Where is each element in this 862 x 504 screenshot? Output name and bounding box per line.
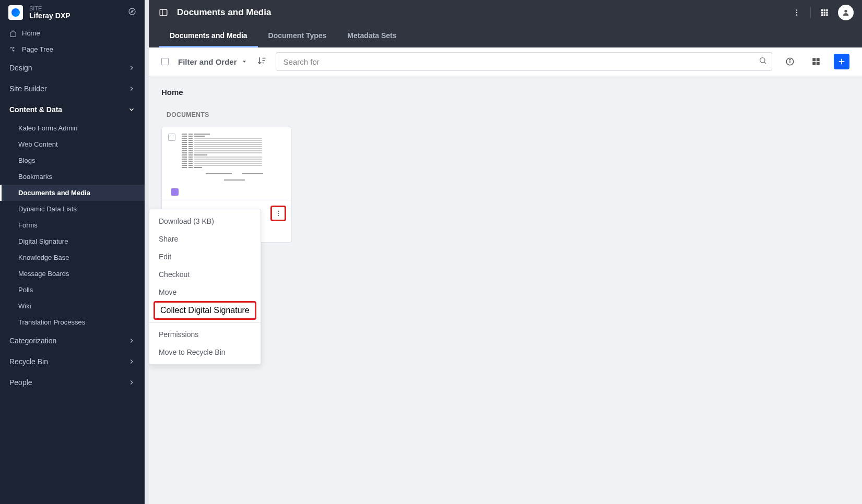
- compass-icon[interactable]: [128, 7, 136, 18]
- svg-rect-18: [826, 14, 828, 16]
- sidebar-item-bookmarks[interactable]: Bookmarks: [0, 169, 145, 185]
- sidebar-item-polls[interactable]: Polls: [0, 282, 145, 298]
- menu-collect-signature[interactable]: Collect Digital Signature: [153, 301, 256, 320]
- chevron-right-icon: [128, 337, 135, 344]
- menu-edit[interactable]: Edit: [149, 248, 261, 266]
- section-recycle-bin-label: Recycle Bin: [9, 357, 48, 366]
- document-preview: [162, 127, 291, 200]
- topbar-right: [790, 5, 854, 20]
- sidebar-item-documents-media[interactable]: Documents and Media: [0, 185, 145, 201]
- topbar-more-icon[interactable]: [790, 6, 803, 19]
- nav-home-label: Home: [22, 29, 40, 37]
- nav-page-tree-label: Page Tree: [22, 45, 53, 53]
- document-thumbnail: [166, 131, 287, 196]
- tab-metadata-sets[interactable]: Metadata Sets: [337, 25, 407, 47]
- nav-home[interactable]: Home: [0, 25, 145, 41]
- menu-permissions[interactable]: Permissions: [149, 326, 261, 343]
- search-wrap: [276, 52, 772, 71]
- sidebar: SITE Liferay DXP Home Page Tree Design S…: [0, 0, 145, 504]
- svg-marker-1: [131, 10, 133, 13]
- chevron-right-icon: [128, 379, 135, 386]
- tree-icon: [9, 46, 17, 53]
- svg-rect-10: [821, 9, 823, 11]
- sidebar-item-digital-signature[interactable]: Digital Signature: [0, 233, 145, 249]
- sidebar-header: SITE Liferay DXP: [0, 0, 145, 25]
- document-more-button[interactable]: [270, 206, 286, 221]
- svg-point-25: [760, 58, 765, 63]
- home-icon: [9, 30, 17, 37]
- search-icon[interactable]: [759, 56, 767, 67]
- context-menu: Download (3 KB) Share Edit Checkout Move…: [149, 209, 261, 365]
- chevron-down-icon: [128, 106, 135, 113]
- menu-share[interactable]: Share: [149, 230, 261, 248]
- sidebar-item-translation[interactable]: Translation Processes: [0, 314, 145, 330]
- sidebar-item-blogs[interactable]: Blogs: [0, 152, 145, 169]
- main: Documents and Media Documents and Media …: [145, 0, 862, 504]
- svg-line-26: [764, 62, 766, 64]
- svg-point-7: [796, 9, 797, 10]
- sidebar-item-kaleo[interactable]: Kaleo Forms Admin: [0, 120, 145, 136]
- svg-point-9: [796, 14, 797, 15]
- sort-button[interactable]: [257, 56, 266, 67]
- nav-page-tree[interactable]: Page Tree: [0, 41, 145, 57]
- caret-down-icon: [241, 58, 247, 65]
- file-type-badge: [171, 188, 179, 196]
- apps-grid-icon[interactable]: [818, 6, 831, 19]
- section-people[interactable]: People: [0, 372, 145, 393]
- select-all-checkbox[interactable]: [161, 58, 169, 65]
- svg-point-29: [789, 59, 790, 61]
- svg-rect-32: [812, 62, 816, 65]
- sidebar-item-message-boards[interactable]: Message Boards: [0, 266, 145, 282]
- menu-move-recycle[interactable]: Move to Recycle Bin: [149, 343, 261, 361]
- svg-rect-13: [821, 12, 823, 14]
- svg-point-36: [278, 211, 279, 212]
- chevron-right-icon: [128, 358, 135, 365]
- svg-point-38: [278, 215, 279, 216]
- section-categorization[interactable]: Categorization: [0, 330, 145, 351]
- menu-download[interactable]: Download (3 KB): [149, 212, 261, 230]
- info-icon[interactable]: [782, 53, 798, 70]
- section-label: DOCUMENTS: [161, 111, 849, 118]
- view-grid-icon[interactable]: [808, 53, 824, 70]
- sidebar-item-web-content[interactable]: Web Content: [0, 136, 145, 152]
- section-recycle-bin[interactable]: Recycle Bin: [0, 351, 145, 372]
- section-site-builder[interactable]: Site Builder: [0, 78, 145, 99]
- menu-move[interactable]: Move: [149, 283, 261, 301]
- svg-marker-20: [243, 61, 246, 63]
- logo[interactable]: [8, 5, 23, 20]
- section-design[interactable]: Design: [0, 57, 145, 78]
- svg-rect-14: [824, 12, 825, 14]
- toolbar: Filter and Order: [149, 47, 862, 76]
- tab-documents-media[interactable]: Documents and Media: [159, 25, 258, 47]
- tab-document-types[interactable]: Document Types: [258, 25, 337, 47]
- svg-rect-4: [13, 50, 14, 51]
- sidebar-item-forms[interactable]: Forms: [0, 217, 145, 233]
- section-content-data[interactable]: Content & Data: [0, 99, 145, 120]
- svg-rect-3: [13, 47, 14, 48]
- site-info: SITE Liferay DXP: [29, 5, 122, 20]
- section-content-data-label: Content & Data: [9, 105, 62, 114]
- svg-point-8: [796, 12, 797, 13]
- document-checkbox[interactable]: [168, 134, 175, 141]
- sidebar-item-wiki[interactable]: Wiki: [0, 298, 145, 314]
- tabs: Documents and Media Document Types Metad…: [149, 25, 862, 47]
- section-categorization-label: Categorization: [9, 337, 56, 345]
- topbar: Documents and Media: [149, 0, 862, 25]
- section-people-label: People: [9, 378, 32, 387]
- menu-checkout[interactable]: Checkout: [149, 266, 261, 283]
- divider: [810, 7, 811, 18]
- sidebar-item-dynamic-data[interactable]: Dynamic Data Lists: [0, 201, 145, 217]
- section-design-label: Design: [9, 64, 32, 72]
- search-input[interactable]: [276, 52, 772, 71]
- site-name: Liferay DXP: [29, 11, 122, 20]
- svg-rect-31: [817, 58, 820, 61]
- svg-rect-12: [826, 9, 828, 11]
- user-avatar[interactable]: [838, 5, 854, 20]
- add-button[interactable]: [834, 54, 849, 69]
- sidebar-item-knowledge-base[interactable]: Knowledge Base: [0, 249, 145, 266]
- filter-order-dropdown[interactable]: Filter and Order: [178, 57, 247, 66]
- svg-rect-5: [160, 9, 167, 16]
- svg-point-19: [844, 10, 847, 13]
- breadcrumb[interactable]: Home: [161, 88, 849, 97]
- panel-toggle-icon[interactable]: [157, 6, 170, 19]
